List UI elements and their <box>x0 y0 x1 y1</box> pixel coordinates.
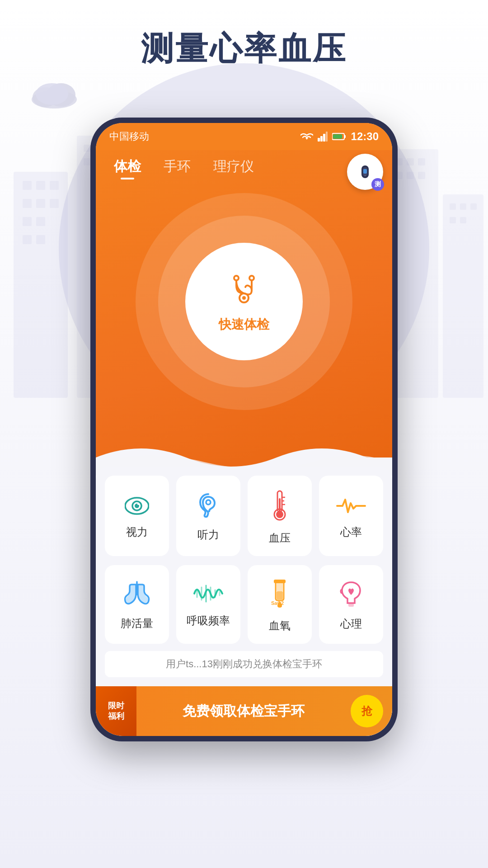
wifi-icon <box>300 132 313 142</box>
ear-icon <box>198 492 218 521</box>
banner-badge: 限时福利 <box>96 686 136 736</box>
wristband-badge: 测 <box>371 178 384 191</box>
banner-main-text: 免费领取体检宝手环 <box>136 702 351 721</box>
carrier-label: 中国移动 <box>109 130 149 143</box>
svg-rect-25 <box>450 203 456 210</box>
svg-rect-35 <box>320 136 323 142</box>
eye-icon <box>125 495 149 519</box>
svg-rect-7 <box>23 217 32 226</box>
svg-rect-27 <box>470 203 477 210</box>
stethoscope-icon <box>224 270 264 311</box>
wristband-icon <box>355 162 375 182</box>
grid-item-blood-oxy[interactable]: SaO2 血氧 <box>248 565 312 644</box>
heartrate-label: 心率 <box>340 525 362 539</box>
svg-rect-28 <box>450 217 456 223</box>
svg-rect-10 <box>36 235 45 244</box>
grid-item-vision[interactable]: 视力 <box>105 476 169 556</box>
grid-item-mental[interactable]: 心理 <box>319 565 383 644</box>
cloud-decoration <box>27 81 81 110</box>
mental-icon <box>339 580 363 610</box>
svg-rect-34 <box>318 138 320 142</box>
heartrate-icon <box>335 495 367 519</box>
svg-rect-36 <box>323 134 325 142</box>
grid-item-breath[interactable]: 呼吸频率 <box>176 565 240 644</box>
svg-rect-43 <box>363 169 367 174</box>
svg-rect-22 <box>407 172 414 179</box>
battery-icon <box>332 132 347 141</box>
signal-icon <box>318 132 328 142</box>
status-bar: 中国移动 <box>96 123 392 150</box>
svg-text:SaO2: SaO2 <box>271 600 284 606</box>
svg-rect-6 <box>50 199 59 208</box>
svg-rect-15 <box>84 158 91 165</box>
status-right: 12:30 <box>300 130 379 143</box>
grid-item-bp[interactable]: 血压 <box>248 476 312 556</box>
mental-label: 心理 <box>340 617 362 631</box>
tab-shoulian[interactable]: 手环 <box>164 157 191 179</box>
function-grid-row2: 肺活量 <box>96 556 392 644</box>
svg-rect-39 <box>344 135 346 138</box>
svg-point-53 <box>206 500 211 505</box>
breath-label: 呼吸频率 <box>187 613 230 628</box>
svg-rect-70 <box>277 591 283 599</box>
svg-point-44 <box>365 175 366 176</box>
svg-rect-23 <box>418 172 425 179</box>
svg-rect-9 <box>23 235 32 244</box>
grid-item-lung[interactable]: 肺活量 <box>105 565 169 644</box>
breath-wave-icon <box>192 584 224 607</box>
svg-point-33 <box>36 83 68 105</box>
svg-rect-57 <box>279 498 281 512</box>
svg-rect-19 <box>407 158 414 165</box>
status-time: 12:30 <box>351 130 379 143</box>
svg-rect-73 <box>348 603 354 607</box>
grid-item-heart-rate[interactable]: 心率 <box>319 476 383 556</box>
svg-rect-24 <box>443 194 483 398</box>
wristband-button[interactable]: 测 <box>347 154 383 190</box>
svg-point-48 <box>242 296 246 300</box>
svg-rect-5 <box>36 199 45 208</box>
content-area: 视力 听力 <box>96 467 392 736</box>
svg-point-56 <box>276 511 283 518</box>
marquee-text: 用户ts...13刚刚成功兑换体检宝手环 <box>166 658 322 670</box>
svg-rect-20 <box>418 158 425 165</box>
svg-rect-8 <box>36 217 45 226</box>
svg-rect-29 <box>460 217 466 223</box>
svg-rect-37 <box>326 132 328 142</box>
header-area: 中国移动 <box>96 123 392 476</box>
marquee-area: 用户ts...13刚刚成功兑换体检宝手环 <box>105 651 383 677</box>
banner-badge-text: 限时福利 <box>108 701 124 722</box>
lung-icon <box>123 581 150 610</box>
svg-rect-3 <box>50 181 59 190</box>
blood-oxy-label: 血氧 <box>269 618 291 633</box>
hearing-label: 听力 <box>197 528 219 542</box>
phone-screen: 中国移动 <box>96 123 392 736</box>
banner-grab-button[interactable]: 抢 <box>351 695 383 727</box>
svg-rect-1 <box>23 181 32 190</box>
pulse-area[interactable]: 快速体检 <box>136 193 352 410</box>
thermometer-icon <box>272 489 288 524</box>
grid-item-hearing[interactable]: 听力 <box>176 476 240 556</box>
svg-rect-26 <box>460 203 466 210</box>
svg-rect-12 <box>84 145 91 152</box>
phone-frame: 中国移动 <box>90 118 398 741</box>
bottom-banner[interactable]: 限时福利 免费领取体检宝手环 抢 <box>96 686 392 736</box>
svg-rect-2 <box>36 181 45 190</box>
bp-label: 血压 <box>269 531 291 545</box>
svg-point-52 <box>137 503 139 505</box>
function-grid-row1: 视力 听力 <box>96 467 392 556</box>
page-title: 测量心率血压 <box>0 27 488 71</box>
tab-tijian[interactable]: 体检 <box>114 157 141 179</box>
quick-check-button[interactable]: 快速体检 <box>185 243 303 360</box>
svg-rect-71 <box>274 580 286 583</box>
blood-oxy-icon: SaO2 <box>269 579 290 612</box>
vision-label: 视力 <box>126 525 148 539</box>
tab-liaoyi[interactable]: 理疗仪 <box>213 157 254 179</box>
quick-check-label: 快速体检 <box>219 316 269 333</box>
svg-rect-4 <box>23 199 32 208</box>
svg-rect-40 <box>333 134 342 139</box>
lung-label: 肺活量 <box>121 616 153 631</box>
